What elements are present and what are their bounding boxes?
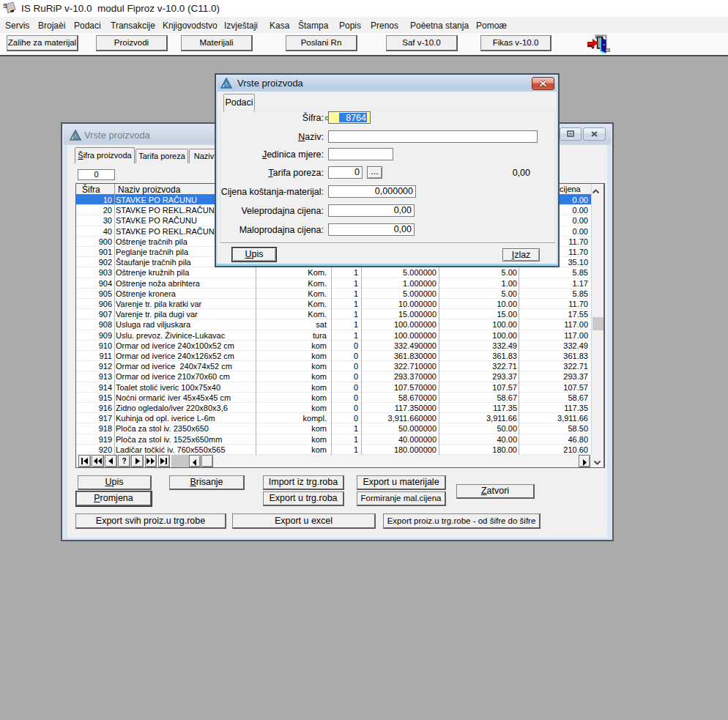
svg-text:?: ? [122, 458, 126, 464]
svg-text:S: S [3, 2, 7, 10]
